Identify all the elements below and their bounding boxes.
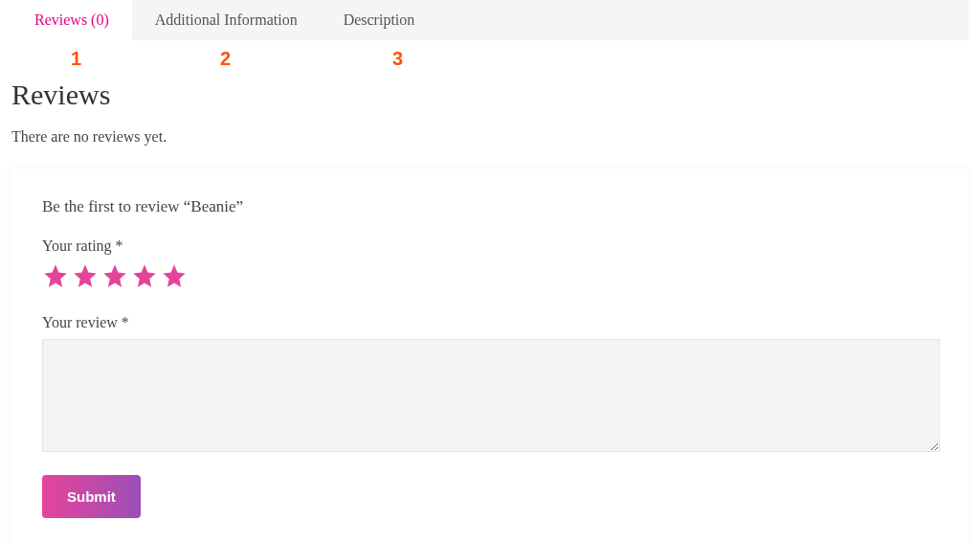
review-prompt: Be the first to review “Beanie” bbox=[42, 197, 938, 216]
rating-label: Your rating * bbox=[42, 238, 938, 255]
star-icon[interactable] bbox=[72, 262, 99, 289]
product-tabs: Reviews (0) Additional Information Descr… bbox=[11, 0, 969, 40]
star-icon[interactable] bbox=[131, 262, 158, 289]
tab-additional-information[interactable]: Additional Information bbox=[132, 0, 321, 40]
reviews-panel: Reviews There are no reviews yet. Be the… bbox=[0, 48, 980, 543]
review-textarea[interactable] bbox=[42, 339, 940, 452]
reviews-heading: Reviews bbox=[11, 79, 969, 111]
annotation-2: 2 bbox=[220, 48, 231, 70]
rating-stars bbox=[42, 262, 938, 289]
star-icon[interactable] bbox=[101, 262, 128, 289]
star-icon[interactable] bbox=[42, 262, 69, 289]
no-reviews-message: There are no reviews yet. bbox=[11, 128, 969, 146]
annotation-3: 3 bbox=[392, 48, 403, 70]
tab-description[interactable]: Description bbox=[321, 0, 438, 40]
review-form-card: Be the first to review “Beanie” Your rat… bbox=[11, 169, 969, 543]
tab-reviews[interactable]: Reviews (0) bbox=[11, 0, 132, 40]
review-label: Your review * bbox=[42, 314, 938, 331]
annotation-1: 1 bbox=[71, 48, 81, 70]
star-icon[interactable] bbox=[161, 262, 188, 289]
submit-button[interactable]: Submit bbox=[42, 475, 141, 518]
